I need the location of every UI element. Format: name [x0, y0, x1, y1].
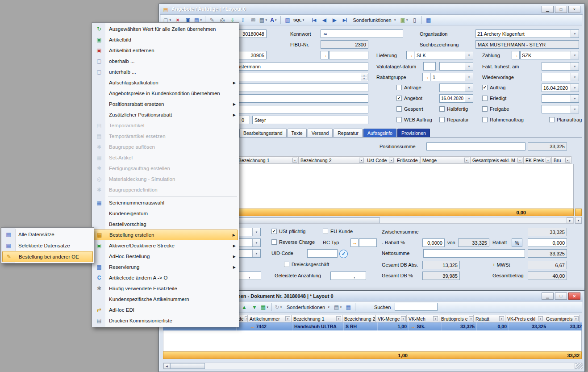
menu-item[interactable]: ▦Seriennummernauswahl — [93, 197, 238, 208]
planauftrag-checkbox[interactable]: Planauftrag — [549, 117, 582, 122]
uid-valid-check-icon[interactable]: ✓ — [339, 250, 348, 258]
nav-next-icon[interactable]: ▶ — [329, 16, 339, 25]
minimize-button[interactable]: ▁ — [542, 293, 554, 300]
scroll-right-icon[interactable]: ▶ — [567, 217, 573, 223]
minimize-button[interactable]: ▁ — [542, 6, 554, 13]
column-dropdown-icon[interactable]: ▼ — [469, 316, 474, 321]
chevron-down-icon[interactable]: ▼ — [465, 95, 473, 102]
chevron-down-icon[interactable]: ▼ — [571, 73, 579, 81]
column-header[interactable]: Bezeichnung 1▼ — [236, 156, 299, 164]
valutatage-field[interactable] — [423, 62, 436, 71]
chevron-down-icon[interactable]: ▼ — [571, 63, 579, 70]
kennwort-field[interactable]: ∞ — [321, 29, 403, 38]
menu-item[interactable]: Aufschlagskalkulation▶ — [93, 77, 238, 88]
halbfertig-checkbox[interactable]: Halbfertig — [439, 106, 468, 112]
column-header[interactable]: Bru▼ — [551, 156, 571, 164]
menu-item[interactable]: Bestellvorschlag — [93, 219, 238, 230]
rahmenauftrag-checkbox[interactable]: Rahmenauftrag — [482, 117, 524, 122]
menu-item[interactable]: Kundenspezifische Artikelnummern — [93, 294, 238, 305]
close-button[interactable]: × — [568, 6, 580, 13]
freigabe-checkbox[interactable]: Freigabe — [482, 106, 509, 112]
maximize-button[interactable]: □ — [555, 293, 567, 300]
tab-bearbeitungsstand[interactable]: Bearbeitungsstand — [239, 129, 287, 137]
menu-item[interactable]: ✱Häufig verwendete Ersatzteile — [93, 283, 238, 294]
ort-field[interactable]: Steyr — [252, 116, 368, 124]
nav-prev-icon[interactable]: ◀ — [319, 16, 329, 25]
column-dropdown-icon[interactable]: ▼ — [574, 316, 579, 321]
column-dropdown-icon[interactable]: ▼ — [359, 158, 364, 163]
menu-item[interactable]: CArtikelcode ändern A -> O — [93, 272, 238, 283]
positionssumme-input[interactable] — [426, 142, 525, 150]
binoculars-icon[interactable]: ∞ — [321, 31, 330, 37]
font-icon[interactable]: A▼ — [269, 16, 279, 25]
device-icon[interactable]: ▯ — [410, 16, 420, 25]
row-cell[interactable]: 1,00 — [378, 322, 409, 330]
column-header[interactable]: VK-Preis exkl▼ — [505, 315, 544, 322]
ust-pflichtig-checkbox[interactable]: USt-pflichtig — [271, 229, 305, 234]
menu-item[interactable]: ▦Alle Datensätze — [2, 229, 93, 240]
menu-item[interactable]: ⇄AdHoc EDI — [93, 305, 238, 315]
nav-first-icon[interactable]: |◀ — [309, 16, 319, 25]
row-cell[interactable]: →Stk. — [409, 322, 442, 330]
wiedervorlage-field[interactable]: ▼ — [542, 73, 579, 81]
chevron-down-icon[interactable]: ▼ — [252, 228, 260, 236]
column-header[interactable]: Ust-Code▼ — [365, 156, 395, 164]
chevron-down-icon[interactable]: ▼ — [465, 51, 473, 59]
column-header[interactable]: Gesamtpreis▼ — [544, 315, 580, 322]
zahlung-lookup-arrow-icon[interactable]: → — [512, 51, 520, 59]
reverse-charge-checkbox[interactable]: Reverse Charge — [271, 239, 315, 245]
menu-item[interactable]: ▣Artikelbild — [93, 34, 238, 45]
gesperrt-checkbox[interactable]: Gesperrt — [396, 106, 423, 112]
auftrag-checkbox[interactable]: Auftrag — [482, 85, 505, 90]
refresh-icon[interactable]: ↻▼ — [274, 303, 284, 312]
valutadatum-select[interactable]: ▼ — [439, 62, 473, 71]
column-dropdown-icon[interactable]: ▼ — [464, 158, 469, 163]
erledigt-checkbox[interactable]: Erledigt — [482, 96, 506, 101]
angebot-date-field[interactable]: 16.04.2020 ▼ — [439, 94, 473, 103]
chevron-down-icon[interactable]: ▼ — [252, 250, 260, 257]
scrollbar-thumb[interactable] — [170, 363, 205, 369]
column-dropdown-icon[interactable]: ▼ — [499, 316, 504, 321]
menu-item[interactable]: AdHoc Bestellung▶ — [93, 251, 238, 262]
rabatt-pct-field[interactable]: 0,0000 — [422, 238, 445, 247]
move-down-icon[interactable]: ▼ — [250, 303, 259, 312]
rc-typ-lookup-arrow-icon[interactable]: → — [350, 238, 359, 247]
column-dropdown-icon[interactable]: ▼ — [401, 316, 406, 321]
export-icon[interactable]: ⇧ — [238, 16, 248, 25]
column-header[interactable]: Bezeichnung 1▼ — [291, 315, 342, 322]
nav-last-icon[interactable]: ▶| — [340, 16, 350, 25]
chevron-down-icon[interactable]: ▼ — [571, 84, 579, 92]
hauptnummer-field[interactable] — [329, 51, 368, 59]
hauptnummer-lookup-arrow-icon[interactable]: → — [321, 51, 329, 59]
lieferung-lookup-arrow-icon[interactable]: → — [406, 51, 414, 59]
menu-item[interactable]: ▦Reservierung▶ — [93, 262, 238, 272]
column-header[interactable]: Artikelnummer▼ — [247, 315, 292, 322]
dreiecksgeschaeft-checkbox[interactable]: Dreiecksgeschäft — [284, 262, 329, 267]
row-cell[interactable]: Handschuh ULTRA — [292, 322, 344, 330]
column-header[interactable]: EK-Preis▼ — [523, 156, 552, 164]
chevron-down-icon[interactable]: ▼ — [571, 105, 579, 113]
menu-item[interactable]: ▤Drucken Kommissionierliste — [93, 315, 238, 326]
column-dropdown-icon[interactable]: ▼ — [336, 316, 341, 321]
column-dropdown-icon[interactable]: ▼ — [517, 158, 522, 163]
menu-item[interactable]: Positionsrabatt ersetzen▶ — [93, 99, 238, 109]
menu-item[interactable]: ▢oberhalb ... — [93, 56, 238, 67]
print-icon[interactable]: ▤▼ — [259, 16, 268, 25]
erledigt-date-field[interactable]: ▼ — [542, 94, 579, 103]
menu-item[interactable]: ▤Bestellung erstellen▶ — [93, 230, 238, 240]
column-dropdown-icon[interactable]: ▼ — [538, 316, 543, 321]
row-cell[interactable]: 33,325 — [442, 322, 477, 330]
maximize-button[interactable]: □ — [555, 6, 567, 13]
column-header[interactable]: Bruttopreis e▼ — [439, 315, 474, 322]
anfrage-date-field[interactable]: ▼ — [439, 84, 473, 92]
row-cell[interactable]: 33,32 — [548, 322, 582, 330]
menu-item[interactable]: ✎Bestellung bei anderer OE — [2, 251, 93, 262]
column-header[interactable]: VK-Menge▼ — [375, 315, 407, 322]
lieferung-select[interactable]: SLK ▼ — [415, 51, 473, 59]
move-up-icon[interactable]: ▲ — [239, 303, 249, 312]
menu-item[interactable]: Zusätzlicher Positionsrabatt▶ — [93, 109, 238, 120]
menu-item[interactable]: Kundeneigentum — [93, 208, 238, 219]
sonderfunktionen-button[interactable]: Sonderfunktionen▼ — [350, 16, 399, 25]
row-cell[interactable]: S RH — [344, 322, 378, 330]
screenshot-icon[interactable]: ▣▼ — [400, 16, 409, 25]
